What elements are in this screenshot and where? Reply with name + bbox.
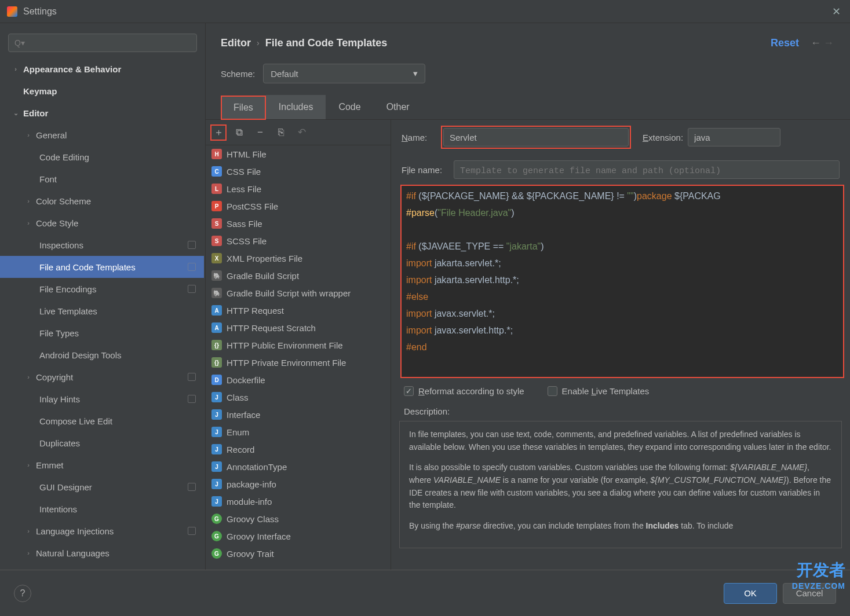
template-item[interactable]: JClass	[206, 388, 391, 406]
reformat-checkbox[interactable]: ✓ Reformat according to style	[404, 386, 524, 396]
template-label: AnnotationType	[227, 462, 287, 472]
tab-includes[interactable]: Includes	[266, 95, 326, 119]
sidebar-item[interactable]: File Types	[0, 322, 204, 344]
sidebar-item[interactable]: ›Natural Languages	[0, 542, 204, 564]
enable-live-templates-checkbox[interactable]: Enable Live Templates	[548, 386, 650, 396]
chevron-icon: ›	[12, 65, 20, 72]
sidebar-item[interactable]: Duplicates	[0, 432, 204, 454]
xml-icon: X	[211, 253, 222, 263]
template-item[interactable]: XXML Properties File	[206, 250, 391, 267]
sidebar-item[interactable]: Inlay Hints	[0, 388, 204, 410]
template-item[interactable]: Jmodule-info	[206, 493, 391, 510]
template-item[interactable]: GGroovy Trait	[206, 545, 391, 562]
sidebar-item[interactable]: ›Language Injections	[0, 520, 204, 542]
extension-input[interactable]	[688, 128, 780, 146]
search-input[interactable]	[8, 34, 197, 52]
check-icon	[548, 386, 557, 396]
sidebar-item[interactable]: ›Appearance & Behavior	[0, 58, 204, 80]
tab-code[interactable]: Code	[326, 95, 373, 119]
template-item[interactable]: SSCSS File	[206, 232, 391, 250]
remove-button[interactable]: −	[252, 124, 268, 141]
template-item[interactable]: JInterface	[206, 406, 391, 423]
template-item[interactable]: 🐘Gradle Build Script	[206, 267, 391, 284]
undo-button[interactable]: ↶	[294, 124, 310, 141]
back-icon[interactable]: ←	[809, 37, 822, 49]
copy-button[interactable]: ⎘	[273, 124, 289, 141]
template-item[interactable]: 🐘Gradle Build Script with wrapper	[206, 284, 391, 302]
scheme-select[interactable]: Default ▾	[263, 64, 425, 83]
java-icon: J	[211, 427, 222, 437]
ok-button[interactable]: OK	[724, 583, 777, 604]
template-label: HTML File	[227, 149, 267, 159]
add-multi-button[interactable]: ⧉	[231, 124, 247, 141]
sidebar-item[interactable]: ›Code Style	[0, 212, 204, 234]
sidebar-item[interactable]: GUI Designer	[0, 476, 204, 498]
template-item[interactable]: SSass File	[206, 215, 391, 232]
breadcrumb-root[interactable]: Editor	[221, 37, 251, 49]
filename-input[interactable]	[454, 160, 840, 179]
tab-other[interactable]: Other	[374, 95, 422, 119]
gradle-icon: 🐘	[211, 288, 222, 298]
template-item[interactable]: JRecord	[206, 441, 391, 458]
content-pane: Editor › File and Code Templates Reset ←…	[206, 23, 850, 570]
nav-tree: ›Appearance & BehaviorKeymap⌄Editor›Gene…	[0, 58, 205, 570]
tabs: Files Includes Code Other	[206, 95, 850, 120]
sidebar-item[interactable]: ›Emmet	[0, 454, 204, 476]
sidebar-item[interactable]: Intentions	[0, 498, 204, 520]
template-label: Enum	[227, 427, 249, 437]
template-item[interactable]: AHTTP Request Scratch	[206, 319, 391, 336]
template-item[interactable]: JEnum	[206, 423, 391, 441]
reset-button[interactable]: Reset	[771, 37, 799, 49]
template-item[interactable]: GGroovy Class	[206, 510, 391, 527]
name-input[interactable]	[443, 128, 629, 146]
template-item[interactable]: {}HTTP Public Environment File	[206, 336, 391, 354]
template-item[interactable]: HHTML File	[206, 145, 391, 163]
sidebar-item[interactable]: File and Code Templates	[0, 256, 204, 278]
sass-icon: S	[211, 218, 222, 229]
sidebar-item-label: Compose Live Edit	[39, 416, 112, 426]
template-label: PostCSS File	[227, 201, 278, 211]
sidebar-item[interactable]: ⌄Editor	[0, 102, 204, 124]
sidebar-item[interactable]: Font	[0, 168, 204, 190]
add-button[interactable]: ＋	[210, 124, 227, 141]
template-label: Groovy Interface	[227, 531, 291, 541]
sidebar-item[interactable]: Reader Mode	[0, 564, 204, 570]
template-item[interactable]: JAnnotationType	[206, 458, 391, 475]
template-item[interactable]: AHTTP Request	[206, 302, 391, 319]
template-item[interactable]: PPostCSS File	[206, 197, 391, 215]
sidebar-item-label: Copyright	[36, 372, 73, 382]
less-icon: L	[211, 184, 222, 194]
template-item[interactable]: GGroovy Interface	[206, 527, 391, 545]
sidebar-item[interactable]: Live Templates	[0, 300, 204, 322]
chevron-icon: ›	[24, 373, 32, 380]
sidebar-item[interactable]: ›Color Scheme	[0, 190, 204, 212]
help-button[interactable]: ?	[14, 585, 31, 602]
sidebar-item[interactable]: Compose Live Edit	[0, 410, 204, 432]
tab-files[interactable]: Files	[221, 96, 266, 120]
template-label: HTTP Request Scratch	[227, 323, 316, 333]
scope-badge-icon	[188, 373, 196, 381]
chevron-icon: ›	[24, 197, 32, 204]
template-item[interactable]: DDockerfile	[206, 371, 391, 388]
template-label: XML Properties File	[227, 254, 302, 263]
template-item[interactable]: Jpackage-info	[206, 475, 391, 493]
template-item[interactable]: LLess File	[206, 180, 391, 197]
sidebar-item[interactable]: Android Design Tools	[0, 344, 204, 366]
sidebar-item[interactable]: Code Editing	[0, 146, 204, 168]
template-item[interactable]: {}HTTP Private Environment File	[206, 354, 391, 371]
template-item[interactable]: CCSS File	[206, 163, 391, 180]
java-icon: J	[211, 444, 222, 454]
code-editor[interactable]: #if (${PACKAGE_NAME} && ${PACKAGE_NAME} …	[402, 186, 843, 377]
sidebar-item[interactable]: Keymap	[0, 80, 204, 102]
scheme-label: Scheme:	[221, 69, 255, 79]
sidebar-item-label: Editor	[23, 108, 48, 118]
chevron-icon: ›	[24, 131, 32, 138]
scheme-value: Default	[271, 69, 298, 79]
sidebar-item[interactable]: Inspections	[0, 234, 204, 256]
sidebar-item[interactable]: ›Copyright	[0, 366, 204, 388]
sidebar-item[interactable]: ›General	[0, 124, 204, 146]
close-icon[interactable]: ✕	[830, 3, 843, 20]
scss-icon: S	[211, 236, 222, 246]
forward-icon: →	[822, 37, 835, 49]
sidebar-item[interactable]: File Encodings	[0, 278, 204, 300]
